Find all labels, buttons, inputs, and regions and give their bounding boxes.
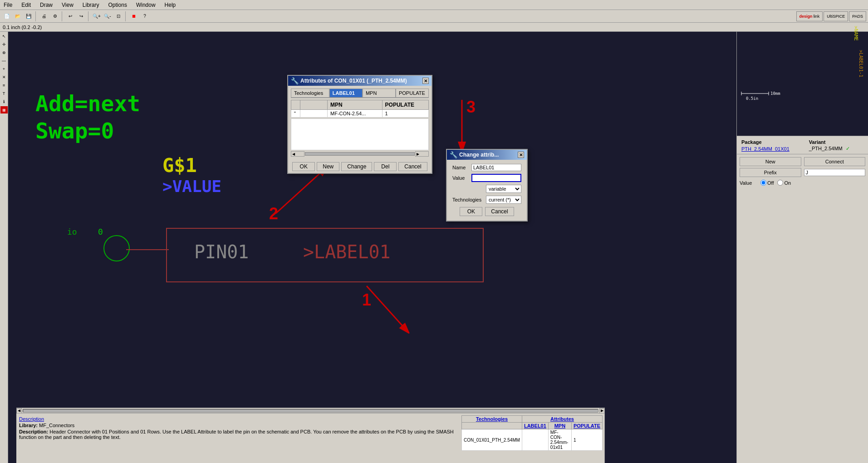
g1-label: G$1 <box>162 154 197 177</box>
sub-h4: POPULATE <box>571 423 602 429</box>
tb-ulti[interactable]: UltiSPICE <box>824 11 848 21</box>
scroll-track-h[interactable] <box>23 409 598 413</box>
name-input[interactable] <box>471 164 521 171</box>
menu-file[interactable]: File <box>2 1 14 9</box>
bottom-table-row: CON_01X01_PTH_2.54MM MF-CON-2.54mm-01x01… <box>462 429 603 451</box>
variant-header: Variant <box>807 139 865 145</box>
tb-sep1 <box>35 11 37 21</box>
tb-help[interactable]: ? <box>140 11 150 21</box>
change-cancel-btn[interactable]: Cancel <box>485 207 514 216</box>
dialog-ok-btn[interactable]: OK <box>292 162 315 171</box>
tb-zoom-fit[interactable]: ⊡ <box>113 11 123 21</box>
sub-h1 <box>462 423 522 429</box>
tab-mpn[interactable]: MPN <box>363 89 396 98</box>
menu-library[interactable]: Library <box>81 1 101 9</box>
scroll-right-btn[interactable]: ▶ <box>599 408 605 414</box>
tab-populate[interactable]: POPULATE <box>396 89 429 98</box>
change-dialog-close-btn[interactable]: ✕ <box>518 152 524 158</box>
tab-technologies[interactable]: Technologies <box>291 89 329 98</box>
connect-btn[interactable]: Connect <box>804 157 866 166</box>
menu-view[interactable]: View <box>60 1 75 9</box>
type-select[interactable]: variable <box>486 185 521 193</box>
tb-undo[interactable]: ↩ <box>65 11 75 21</box>
tb-new[interactable]: 📄 <box>2 11 12 21</box>
value-input[interactable] <box>471 174 521 182</box>
tb-drc[interactable]: ⚙ <box>50 11 60 21</box>
new-btn[interactable]: New <box>740 157 801 166</box>
swap-zero-label: Swap=0 <box>35 118 114 143</box>
dialog-del-btn[interactable]: Del <box>374 162 397 171</box>
cell-1: " <box>291 110 300 118</box>
right-panel-info: Package Variant PTH_2.54MM_01X01 _PTH_2.… <box>737 136 868 154</box>
tb-design[interactable]: design link <box>796 11 823 21</box>
toolbar: 📄 📂 💾 🖨 ⚙ ↩ ↪ 🔍+ 🔍- ⊡ ⏹ ? design link Ul… <box>0 10 868 23</box>
tb-open[interactable]: 📂 <box>13 11 23 21</box>
new-connect-row: New Connect <box>740 157 865 166</box>
tb-stop[interactable]: ⏹ <box>129 11 139 21</box>
coordbar: 0.1 inch (0.2 -0.2) <box>0 23 868 32</box>
scale-sub-text: 0.5in <box>746 96 780 101</box>
num3-annotation: 3 <box>466 98 476 117</box>
tool-info[interactable]: ℹ <box>0 98 8 105</box>
table-scroll-area[interactable] <box>291 118 429 150</box>
tab-label01[interactable]: LABEL01 <box>329 89 363 98</box>
tb-zoom-out[interactable]: 🔍- <box>103 11 113 21</box>
main-area: ↖ ✛ ⊕ — + ✕ ≡ T ℹ ▦ Add=next Swap=0 G$1 … <box>0 32 868 463</box>
tb-sep3 <box>88 11 90 21</box>
tool-add[interactable]: + <box>0 65 8 73</box>
attr-col-header[interactable]: Attributes <box>522 416 602 423</box>
scale-label: 10mm 0.5in <box>741 91 780 101</box>
canvas-area[interactable]: Add=next Swap=0 G$1 >VALUE io 0 PIN01 >L… <box>8 32 736 463</box>
h-scrollbar[interactable]: ◀ ▶ <box>16 408 605 413</box>
tool-net[interactable]: ≡ <box>0 82 8 89</box>
tech-select[interactable]: current (*) <box>486 196 521 204</box>
tech-col-header[interactable]: Technologies <box>462 416 522 423</box>
tool-select[interactable]: ↖ <box>0 33 8 40</box>
tb-zoom-in[interactable]: 🔍+ <box>92 11 102 21</box>
value-label: >VALUE <box>162 177 221 196</box>
menubar: File Edit Draw View Library Options Wind… <box>0 0 868 10</box>
attributes-dialog: 🔧 Attributes of CON_01X01 (_PTH_2.54MM) … <box>287 75 432 174</box>
tool-text[interactable]: T <box>0 90 8 97</box>
radio-off[interactable] <box>760 180 766 186</box>
menu-draw[interactable]: Draw <box>38 1 54 9</box>
bottom-table-area: Technologies Attributes LABEL01 MPN POPU… <box>460 414 605 463</box>
tool-zoom[interactable]: ⊕ <box>0 49 8 56</box>
change-ok-btn[interactable]: OK <box>460 207 482 216</box>
dialog-close-btn[interactable]: ✕ <box>422 78 429 84</box>
pkg-name-cell[interactable]: PTH_2.54MM_01X01 <box>740 145 807 152</box>
menu-help[interactable]: Help <box>163 1 178 9</box>
variant-cell: _PTH_2.54MM ✓ <box>807 145 865 152</box>
svg-line-2 <box>276 168 326 213</box>
tb-print[interactable]: 🖨 <box>39 11 49 21</box>
menu-edit[interactable]: Edit <box>20 1 33 9</box>
dialog-change-btn[interactable]: Change <box>341 162 372 171</box>
tb-pads[interactable]: PADS <box>849 11 866 21</box>
change-dialog-box: 🔧 Change attrib... ✕ Name Value <box>446 149 528 222</box>
right-panel-canvas: 10mm 0.5in >NAME >LABEL01-1 <box>737 32 868 136</box>
right-panel-footer: New Connect Prefix Value Off On <box>737 154 868 463</box>
tool-wire[interactable]: — <box>0 57 8 64</box>
prefix-input[interactable] <box>804 169 866 176</box>
tool-layer[interactable]: ▦ <box>0 106 8 113</box>
radio-on[interactable] <box>777 180 783 186</box>
menu-options[interactable]: Options <box>107 1 129 9</box>
dialog-cancel-btn[interactable]: Cancel <box>398 162 427 171</box>
desc-link[interactable]: Description <box>19 416 44 422</box>
tb-save[interactable]: 💾 <box>24 11 34 21</box>
tb-sep4 <box>125 11 127 21</box>
io-label: io <box>67 227 77 236</box>
tool-move[interactable]: ✛ <box>0 41 8 48</box>
dialog-new-btn[interactable]: New <box>317 162 339 171</box>
bottom-pop-cell: 1 <box>571 429 602 451</box>
radio-on-label[interactable]: On <box>777 180 791 186</box>
menu-window[interactable]: Window <box>134 1 157 9</box>
col-empty <box>291 100 300 110</box>
col-populate-header: POPULATE <box>382 100 428 110</box>
radio-off-label[interactable]: Off <box>760 180 774 186</box>
prefix-btn[interactable]: Prefix <box>740 168 801 177</box>
prefix-row: Prefix <box>740 168 865 177</box>
scroll-left-btn[interactable]: ◀ <box>16 408 22 414</box>
tb-redo[interactable]: ↪ <box>76 11 86 21</box>
tool-del[interactable]: ✕ <box>0 74 8 81</box>
